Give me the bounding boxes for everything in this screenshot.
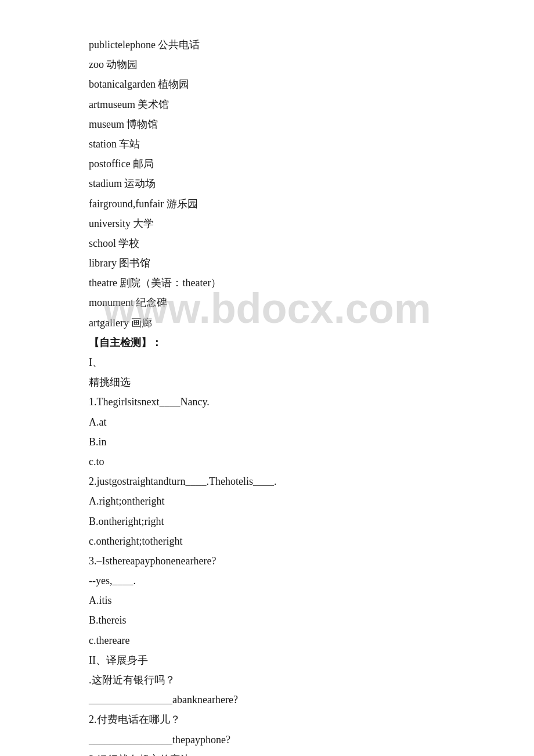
content-line-line20: A.at bbox=[89, 412, 445, 432]
content-line-line25: B.ontheright;right bbox=[89, 512, 445, 531]
content-line-line33: .这附近有银行吗？ bbox=[89, 670, 445, 690]
content-line-line12: library 图书馆 bbox=[89, 253, 445, 273]
content-line-line16: 【自主检测】： bbox=[89, 333, 445, 352]
content-line-line36: ________________thepayphone? bbox=[89, 730, 445, 750]
content-line-line22: c.to bbox=[89, 452, 445, 471]
content-line-line24: A.right;ontheright bbox=[89, 491, 445, 511]
content-line-line23: 2.justgostraightandturn____.Thehotelis__… bbox=[89, 471, 445, 491]
content-line-line30: B.thereis bbox=[89, 610, 445, 630]
main-content: publictelephone 公共电话zoo 动物园botanicalgard… bbox=[89, 35, 445, 756]
content-line-line35: 2.付费电话在哪儿？ bbox=[89, 710, 445, 729]
content-line-line27: 3.–Isthereapayphonenearhere? bbox=[89, 551, 445, 571]
content-line-line14: monument 纪念碑 bbox=[89, 293, 445, 312]
content-line-line9: fairground,funfair 游乐园 bbox=[89, 194, 445, 214]
content-line-line6: station 车站 bbox=[89, 134, 445, 154]
content-line-line18: 精挑细选 bbox=[89, 372, 445, 392]
content-line-line37: 3.银行就在超市的旁边。 bbox=[89, 750, 445, 756]
content-line-line19: 1.Thegirlsitsnext____Nancy. bbox=[89, 392, 445, 412]
content-line-line2: zoo 动物园 bbox=[89, 55, 445, 74]
content-line-line10: university 大学 bbox=[89, 214, 445, 233]
content-line-line32: II、译展身手 bbox=[89, 650, 445, 670]
content-line-line15: artgallery 画廊 bbox=[89, 313, 445, 333]
content-line-line7: postoffice 邮局 bbox=[89, 154, 445, 174]
content-line-line34: ________________abanknearhere? bbox=[89, 690, 445, 710]
content-line-line4: artmuseum 美术馆 bbox=[89, 95, 445, 114]
content-line-line11: school 学校 bbox=[89, 233, 445, 253]
content-line-line28: --yes,____. bbox=[89, 571, 445, 591]
content-line-line13: theatre 剧院（美语：theater） bbox=[89, 273, 445, 293]
content-line-line21: B.in bbox=[89, 432, 445, 452]
content-line-line17: I、 bbox=[89, 352, 445, 372]
content-line-line29: A.itis bbox=[89, 591, 445, 610]
content-line-line5: museum 博物馆 bbox=[89, 114, 445, 134]
content-line-line8: stadium 运动场 bbox=[89, 174, 445, 193]
content-line-line3: botanicalgarden 植物园 bbox=[89, 74, 445, 94]
content-line-line1: publictelephone 公共电话 bbox=[89, 35, 445, 55]
content-line-line31: c.thereare bbox=[89, 631, 445, 650]
content-line-line26: c.ontheright;totheright bbox=[89, 531, 445, 551]
